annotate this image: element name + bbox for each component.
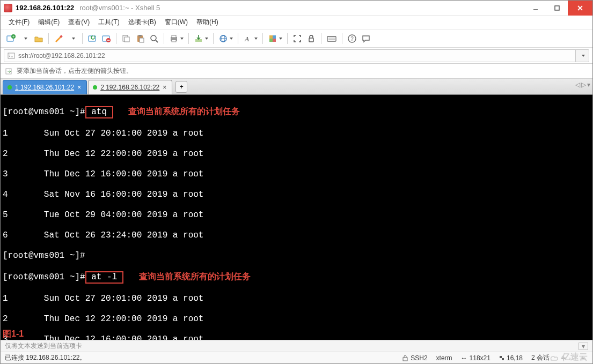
add-tab-button[interactable]: + [175, 81, 187, 93]
new-session-dropdown[interactable] [18, 32, 32, 46]
chat-button[interactable] [359, 32, 373, 46]
svg-rect-29 [269, 39, 273, 42]
menu-help[interactable]: 帮助(H) [193, 16, 222, 28]
find-button[interactable] [147, 32, 161, 46]
output-row: 4 Sat Nov 16 16:00:00 2019 a root [3, 190, 590, 200]
transfer-dropdown[interactable] [192, 32, 210, 46]
status-sessions: 2 会话 [531, 353, 550, 362]
session-tabstrip: 1 192.168.26.101:22 × 2 192.168.26.102:2… [1, 79, 592, 95]
svg-rect-32 [327, 36, 336, 41]
status-dot-icon [93, 85, 97, 90]
status-bar: 已连接 192.168.26.101:22。 SSH2 xterm ↔118x2… [1, 352, 592, 363]
figure-label: 图1-1 [3, 329, 24, 339]
properties-button[interactable] [52, 32, 65, 46]
close-tab-icon[interactable]: × [77, 84, 81, 91]
terminal[interactable]: [root@vms001 ~]# atq 查询当前系统所有的计划任务 1 Sun… [1, 95, 592, 340]
minimize-button[interactable] [525, 1, 546, 16]
svg-rect-11 [107, 40, 110, 41]
prompt: [root@vms001 ~]# [3, 251, 85, 261]
menu-file[interactable]: 文件(F) [5, 16, 33, 28]
menu-tabs[interactable]: 选项卡(B) [125, 16, 160, 28]
svg-rect-21 [172, 40, 176, 42]
toolbar: + A [1, 29, 592, 48]
sessions-add-button[interactable] [558, 354, 569, 362]
status-proto: SSH2 [411, 354, 427, 362]
annotation-1: 查询当前系统所有的计划任务 [128, 107, 240, 116]
close-tab-icon[interactable]: × [163, 84, 166, 91]
svg-line-18 [156, 40, 158, 42]
hint-bar: 要添加当前会话，点击左侧的箭头按钮。 [1, 64, 592, 79]
status-size: 118x21 [470, 354, 490, 362]
svg-rect-13 [125, 37, 129, 42]
arrow-add-icon[interactable] [5, 67, 13, 76]
send-toggle-dropdown[interactable]: ▾ [579, 343, 588, 350]
output-row: 6 Sat Oct 26 23:24:00 2019 a root [3, 231, 590, 241]
annotation-2: 查询当前系统所有的计划任务 [139, 272, 251, 281]
svg-rect-37 [8, 53, 14, 58]
ssh-prompt-icon [8, 52, 15, 60]
session-tab-2[interactable]: 2 192.168.26.102:22 × [88, 80, 172, 94]
sessions-remove-button[interactable] [577, 354, 588, 362]
menu-window[interactable]: 窗口(W) [161, 16, 192, 28]
svg-rect-41 [502, 358, 504, 360]
window-controls [525, 1, 592, 16]
svg-rect-39 [403, 358, 407, 361]
menu-edit[interactable]: 编辑(E) [34, 16, 63, 28]
caret-pos-icon [499, 355, 504, 361]
open-session-button[interactable] [32, 32, 46, 46]
tab-index: 1 [15, 84, 19, 91]
menubar: 文件(F) 编辑(E) 查看(V) 工具(T) 选项卡(B) 窗口(W) 帮助(… [1, 16, 592, 29]
prompt: [root@vms001 ~]# [3, 272, 85, 282]
address-bar: ssh://root@192.168.26.101:22 [1, 48, 592, 64]
svg-rect-27 [269, 35, 273, 39]
properties-dropdown[interactable] [65, 32, 79, 46]
prompt: [root@vms001 ~]# [3, 107, 85, 117]
paste-button[interactable] [133, 32, 147, 46]
font-dropdown[interactable]: A [241, 32, 260, 46]
copy-button[interactable] [119, 32, 133, 46]
send-to-strip: 仅将文本发送到当前选项卡 ▾ [1, 340, 592, 352]
tab-scroll-left-icon[interactable]: ◁ [575, 81, 580, 88]
svg-rect-15 [138, 35, 142, 36]
help-button[interactable]: ? [345, 32, 359, 46]
resize-icon: ↔ [461, 354, 467, 362]
address-input[interactable]: ssh://root@192.168.26.101:22 [4, 49, 576, 62]
lock-icon [402, 355, 408, 361]
tab-label: 192.168.26.102:22 [106, 84, 159, 91]
print-dropdown[interactable] [167, 32, 186, 46]
svg-rect-28 [273, 35, 276, 39]
hint-text: 要添加当前会话，点击左侧的箭头按钮。 [17, 66, 133, 76]
titlebar-subtitle: root@vms001:~ - Xshell 5 [79, 4, 160, 12]
output-row: 3 Thu Dec 12 16:00:00 2019 a root [3, 335, 590, 340]
reconnect-button[interactable] [85, 32, 99, 46]
keyboard-button[interactable] [324, 32, 339, 46]
tab-scroll-right-icon[interactable]: ▷ [581, 81, 586, 88]
titlebar: 192.168.26.101:22 root@vms001:~ - Xshell… [1, 1, 592, 16]
svg-point-17 [151, 35, 156, 41]
status-dot-icon [8, 85, 12, 90]
fullscreen-button[interactable] [290, 32, 304, 46]
disconnect-button[interactable] [99, 32, 113, 46]
lock-button[interactable] [304, 32, 318, 46]
close-button[interactable] [568, 1, 592, 16]
svg-rect-20 [172, 35, 176, 38]
address-dropdown[interactable] [575, 49, 589, 62]
cmd-atq: atq [85, 106, 113, 118]
session-tab-1[interactable]: 1 192.168.26.101:22 × [3, 80, 87, 94]
svg-text:A: A [244, 35, 249, 43]
colorscheme-dropdown[interactable] [266, 32, 284, 46]
tab-menu-dropdown[interactable]: ▾ [587, 81, 590, 88]
menu-tools[interactable]: 工具(T) [94, 16, 123, 28]
output-row: 3 Thu Dec 12 16:00:00 2019 a root [3, 169, 590, 180]
output-row: 5 Tue Oct 29 04:00:00 2019 a root [3, 210, 590, 220]
output-row: 1 Sun Oct 27 20:01:00 2019 a root [3, 129, 590, 139]
language-dropdown[interactable] [216, 32, 235, 46]
maximize-button[interactable] [546, 1, 568, 16]
tab-index: 2 [100, 84, 104, 91]
new-session-button[interactable]: + [4, 32, 18, 46]
svg-rect-30 [273, 39, 276, 42]
svg-rect-31 [309, 38, 313, 42]
menu-view[interactable]: 查看(V) [64, 16, 93, 28]
status-pos: 16,18 [507, 354, 523, 362]
output-row: 2 Thu Dec 12 22:00:00 2019 a root [3, 149, 590, 159]
